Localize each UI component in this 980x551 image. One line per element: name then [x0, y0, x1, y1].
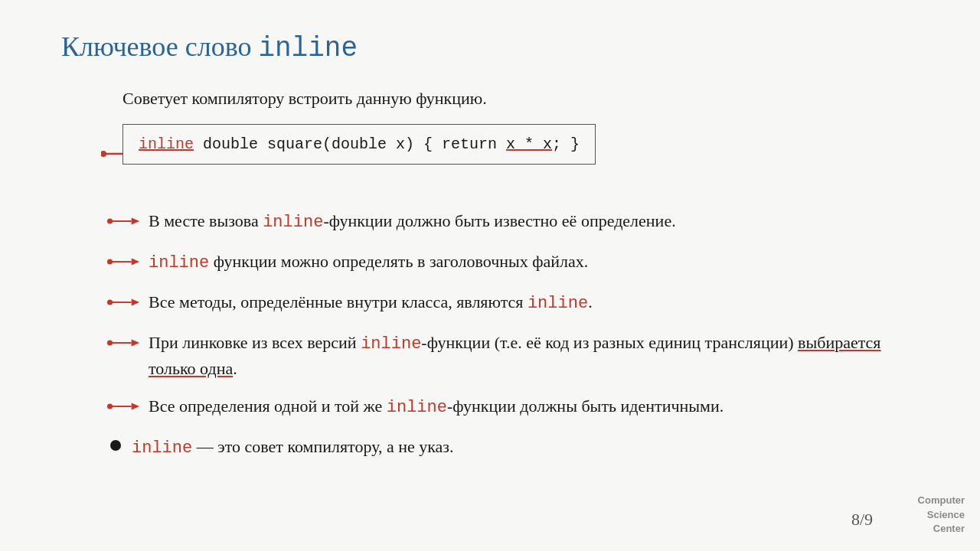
- bullet-text-4: При линковке из всех версий inline-функц…: [149, 331, 919, 381]
- list-item: В месте вызова inline-функции должно быт…: [107, 209, 919, 236]
- bullet-text-1: В месте вызова inline-функции должно быт…: [149, 209, 676, 235]
- page-number: 8/9: [851, 510, 873, 530]
- bullet-text-5: Все определения одной и той же inline-фу…: [149, 394, 724, 420]
- arrow-bullet-icon: [107, 292, 141, 317]
- svg-point-2: [101, 151, 106, 157]
- code-inline-keyword: inline: [139, 135, 194, 153]
- bullet-text-3: Все методы, определённые внутри класса, …: [149, 290, 593, 316]
- list-item: При линковке из всех версий inline-функц…: [107, 331, 919, 381]
- sub-bullet-item: inline — это совет компилятору, а не ука…: [92, 435, 919, 461]
- csc-logo: Computer Science Center: [918, 494, 965, 536]
- arrow-bullet-icon: [107, 252, 141, 276]
- csc-line3: Center: [918, 522, 965, 536]
- list-item: Все методы, определённые внутри класса, …: [107, 290, 919, 317]
- arrow-bullet-icon: [107, 211, 141, 236]
- slide: Ключевое слово inline Советует компилято…: [0, 0, 980, 551]
- list-item: inline функции можно определять в заголо…: [107, 249, 919, 276]
- csc-line2: Science: [918, 508, 965, 522]
- code-text: double square(double x) { return: [194, 135, 506, 153]
- dot-bullet-icon: [110, 440, 121, 451]
- bullet-list: В месте вызова inline-функции должно быт…: [107, 209, 919, 421]
- svg-marker-11: [132, 298, 140, 305]
- slide-title: Ключевое слово inline: [61, 31, 919, 64]
- svg-marker-8: [132, 258, 140, 265]
- code-block: inline double square(double x) { return …: [122, 124, 596, 165]
- arrow-bullet-icon: [107, 333, 141, 357]
- bullet-text-2: inline функции можно определять в заголо…: [149, 249, 588, 276]
- title-keyword: inline: [258, 33, 358, 64]
- title-prefix: Ключевое слово: [61, 31, 258, 62]
- svg-marker-5: [132, 218, 140, 225]
- list-item: Все определения одной и той же inline-фу…: [107, 394, 919, 421]
- code-end: ; }: [552, 135, 580, 153]
- sub-bullet-text: inline — это совет компилятору, а не ука…: [132, 435, 454, 461]
- svg-marker-14: [132, 339, 140, 346]
- csc-line1: Computer: [918, 494, 965, 507]
- arrow-bullet-icon: [107, 396, 141, 421]
- subtitle: Советует компилятору встроить данную фун…: [122, 89, 919, 109]
- code-underlined: x * x: [506, 135, 552, 153]
- code-wrapper: inline double square(double x) { return …: [77, 124, 919, 187]
- svg-marker-17: [132, 403, 140, 410]
